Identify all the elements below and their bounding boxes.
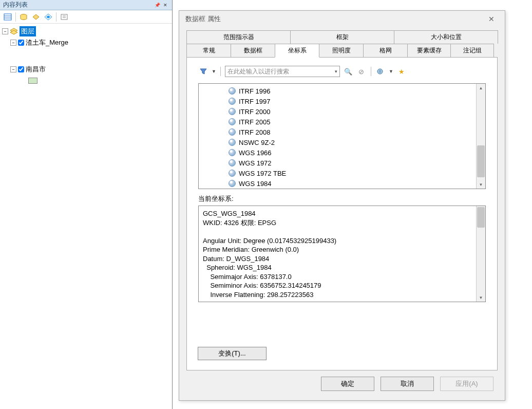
list-by-selection-icon[interactable]: [43, 11, 54, 23]
dropdown-arrow-icon[interactable]: ▼: [389, 69, 393, 74]
globe-icon: [229, 180, 236, 187]
tab-general[interactable]: 常规: [186, 44, 231, 58]
cs-item-label: WGS 1972: [239, 159, 272, 167]
options-icon[interactable]: [59, 11, 70, 23]
cs-item[interactable]: WGS 1972: [199, 158, 476, 168]
collapse-icon[interactable]: −: [10, 40, 16, 46]
tab-frame[interactable]: 框架: [290, 30, 394, 44]
filter-icon[interactable]: [198, 66, 208, 77]
toc-panel: 内容列表 📌 ✕ − 图层: [0, 0, 173, 409]
cs-list[interactable]: ITRF 1996ITRF 1997ITRF 2000ITRF 2005ITRF…: [198, 83, 486, 189]
cs-item-label: ITRF 2005: [239, 118, 270, 126]
dataframe-properties-dialog: 数据框 属性 ✕ 范围指示器 框架 大小和位置 常规 数据框 坐标系 照明度 格…: [179, 10, 505, 401]
cs-toolbar: ▼ 在此处输入以进行搜索 ▾ 🔍 ⊘ ▼ ★: [198, 66, 486, 77]
globe-icon: [229, 159, 236, 166]
cs-item[interactable]: ITRF 2008: [199, 127, 476, 137]
dialog-footer: 确定 取消 应用(A): [321, 377, 493, 391]
cs-item[interactable]: ITRF 2005: [199, 117, 476, 127]
globe-icon: [229, 98, 236, 105]
toc-titlebar: 内容列表 📌 ✕: [0, 0, 172, 10]
globe-icon: [229, 118, 236, 125]
cs-item[interactable]: WGS 1966: [199, 147, 476, 158]
cs-item-label: ITRF 1996: [239, 87, 270, 95]
cs-item[interactable]: WGS 1984: [199, 178, 476, 189]
tab-size-position[interactable]: 大小和位置: [394, 30, 498, 44]
scrollbar[interactable]: ▲ ▼: [476, 206, 485, 302]
separator: [15, 12, 16, 22]
globe-icon: [229, 87, 236, 95]
add-cs-icon[interactable]: [375, 66, 386, 77]
tab-annotation-groups[interactable]: 注记组: [450, 44, 494, 58]
separator: [371, 67, 371, 76]
layer-label[interactable]: 渣土车_Merge: [26, 38, 68, 47]
search-placeholder: 在此处输入以进行搜索: [227, 67, 289, 76]
scroll-up-icon[interactable]: ▲: [477, 84, 485, 92]
close-icon[interactable]: ✕: [162, 2, 169, 9]
globe-icon: [229, 170, 236, 177]
globe-icon: [229, 128, 236, 136]
search-icon[interactable]: 🔍: [343, 66, 353, 77]
cs-detail-box: GCS_WGS_1984 WKID: 4326 权限: EPSG Angular…: [198, 206, 486, 302]
cs-item[interactable]: ITRF 1996: [199, 86, 476, 96]
cs-item[interactable]: ITRF 2000: [199, 106, 476, 117]
scrollbar[interactable]: ▲ ▼: [476, 84, 485, 189]
cs-item[interactable]: ITRF 1997: [199, 96, 476, 106]
scroll-thumb[interactable]: [477, 145, 485, 177]
scroll-down-icon[interactable]: ▼: [477, 180, 485, 189]
toc-tree: − 图层 − 渣土车_Merge − 南昌市: [0, 24, 172, 88]
layer-visibility-checkbox[interactable]: [18, 66, 24, 72]
svg-marker-4: [33, 14, 39, 20]
layer-label[interactable]: 南昌市: [26, 65, 46, 74]
legend-row: [1, 75, 171, 86]
favorite-icon[interactable]: ★: [396, 66, 407, 77]
transformations-button[interactable]: 变换(T)...: [198, 347, 267, 360]
cs-item[interactable]: NSWC 9Z-2: [199, 137, 476, 147]
tab-extent-indicators[interactable]: 范围指示器: [186, 30, 291, 44]
tree-root-label[interactable]: 图层: [20, 26, 36, 36]
cs-search-input[interactable]: 在此处输入以进行搜索 ▾: [225, 66, 340, 77]
tree-layer-row[interactable]: − 渣土车_Merge: [1, 37, 171, 48]
tab-dataframe[interactable]: 数据框: [231, 44, 275, 58]
collapse-icon[interactable]: −: [2, 28, 8, 34]
dropdown-arrow-icon[interactable]: ▼: [212, 69, 216, 74]
list-by-drawing-icon[interactable]: [2, 11, 13, 23]
coordinate-system-panel: ▼ 在此处输入以进行搜索 ▾ 🔍 ⊘ ▼ ★ ITRF 1996ITRF 199…: [186, 57, 498, 370]
list-by-source-icon[interactable]: [18, 11, 29, 23]
cancel-button[interactable]: 取消: [381, 377, 434, 391]
toc-toolbar: [0, 10, 172, 24]
cs-item-label: ITRF 2008: [239, 128, 270, 136]
tab-strip: 范围指示器 框架 大小和位置 常规 数据框 坐标系 照明度 格网 要素缓存 注记…: [186, 30, 498, 58]
cs-item[interactable]: WGS 1972 TBE: [199, 168, 476, 178]
close-button[interactable]: ✕: [481, 12, 502, 26]
tab-illumination[interactable]: 照明度: [319, 44, 364, 58]
tab-feature-cache[interactable]: 要素缓存: [407, 44, 451, 58]
ok-button[interactable]: 确定: [321, 377, 374, 391]
collapse-icon[interactable]: −: [10, 66, 16, 72]
separator: [56, 12, 56, 22]
scroll-thumb[interactable]: [477, 207, 485, 228]
svg-rect-7: [61, 14, 67, 20]
globe-icon: [229, 149, 236, 156]
dialog-titlebar[interactable]: 数据框 属性 ✕: [179, 11, 505, 27]
cs-detail-text[interactable]: GCS_WGS_1984 WKID: 4326 权限: EPSG Angular…: [199, 206, 476, 302]
dataframe-icon: [10, 28, 18, 35]
cs-item-label: WGS 1972 TBE: [239, 170, 286, 177]
list-by-visibility-icon[interactable]: [30, 11, 42, 23]
tree-layer-row[interactable]: − 南昌市: [1, 64, 171, 75]
globe-icon: [229, 108, 236, 115]
toc-title: 内容列表: [3, 1, 28, 9]
globe-icon: [229, 139, 236, 146]
pin-icon[interactable]: 📌: [154, 2, 161, 9]
chevron-down-icon[interactable]: ▾: [335, 69, 337, 74]
clear-search-icon[interactable]: ⊘: [356, 66, 367, 77]
cs-item-label: NSWC 9Z-2: [239, 139, 275, 146]
tree-root-row[interactable]: − 图层: [1, 26, 171, 37]
tab-grids[interactable]: 格网: [363, 44, 408, 58]
svg-marker-6: [46, 15, 50, 18]
tab-coordinate-system[interactable]: 坐标系: [275, 44, 319, 58]
layer-visibility-checkbox[interactable]: [18, 40, 24, 46]
scroll-down-icon[interactable]: ▼: [477, 293, 485, 302]
cs-item-label: WGS 1984: [239, 180, 272, 188]
cs-item-label: ITRF 2000: [239, 108, 270, 116]
separator: [220, 67, 221, 76]
